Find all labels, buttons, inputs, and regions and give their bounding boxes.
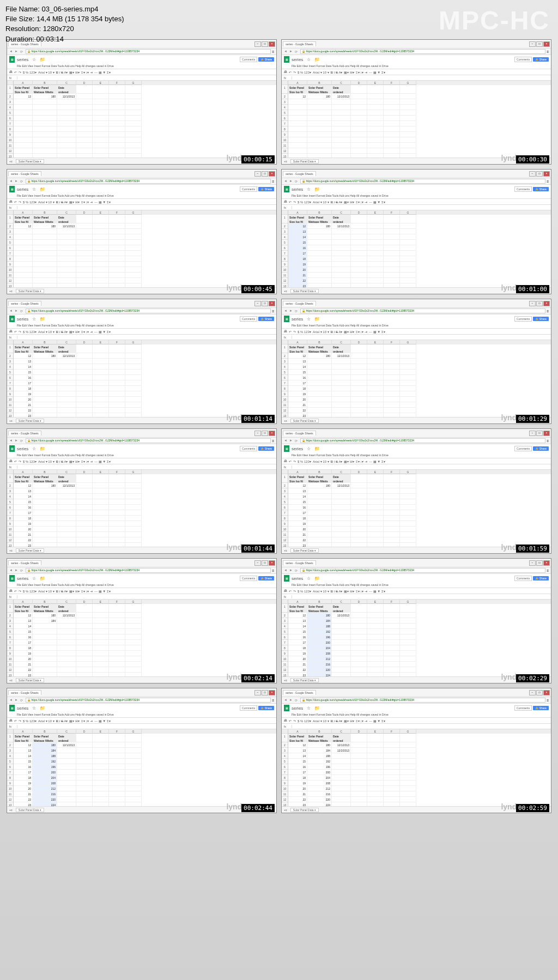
- forward-icon[interactable]: ►: [289, 568, 294, 573]
- thumbnail-8[interactable]: series - Google Sheets − □ × ◄ ► ⟳ 🔒 htt…: [7, 558, 277, 683]
- menu-icon[interactable]: ≡: [547, 310, 549, 313]
- undo-icon[interactable]: ↶: [289, 70, 292, 74]
- sheet-tab[interactable]: Solar Panel Data ▾: [16, 548, 44, 553]
- comments-button[interactable]: Comments: [514, 316, 532, 322]
- close-button[interactable]: ×: [269, 301, 275, 306]
- menu-icon[interactable]: ≡: [272, 310, 274, 313]
- menu-bar[interactable]: File Edit View Insert Format Data Tools …: [7, 193, 276, 198]
- sheet-tab[interactable]: Solar Panel Data ▾: [16, 678, 44, 682]
- share-button[interactable]: 🔒 Share: [533, 187, 549, 191]
- menu-icon[interactable]: ≡: [272, 569, 274, 572]
- browser-tab[interactable]: series - Google Sheets: [283, 301, 316, 306]
- all-sheets-icon[interactable]: ≡: [11, 808, 13, 812]
- url-input[interactable]: 🔒 https://docs.google.com/spreadsheets/d…: [300, 179, 545, 184]
- sheet-tab[interactable]: Solar Panel Data ▾: [290, 289, 319, 293]
- menu-icon[interactable]: ≡: [547, 439, 549, 443]
- menu-icon[interactable]: ≡: [272, 439, 274, 443]
- browser-tab[interactable]: series - Google Sheets: [283, 171, 316, 176]
- toolbar[interactable]: 🖶 ↶ ↷ $ % 123▾ Arial ▾ 10 ▾ B I S A▾ ▦▾ …: [7, 588, 276, 594]
- maximize-button[interactable]: □: [536, 690, 543, 695]
- maximize-button[interactable]: □: [536, 301, 543, 306]
- back-icon[interactable]: ◄: [284, 179, 288, 184]
- menu-icon[interactable]: ≡: [547, 50, 549, 53]
- spreadsheet-grid[interactable]: 123456789101112131415161718 ABC DEFG Sol…: [282, 470, 551, 552]
- menu-icon[interactable]: ≡: [547, 699, 549, 702]
- thumbnail-2[interactable]: series - Google Sheets − □ × ◄ ► ⟳ 🔒 htt…: [7, 169, 277, 294]
- reload-icon[interactable]: ⟳: [295, 179, 299, 184]
- sheet-tab[interactable]: Solar Panel Data ▾: [290, 678, 319, 682]
- comments-button[interactable]: Comments: [514, 705, 532, 711]
- share-button[interactable]: 🔒 Share: [533, 446, 549, 451]
- maximize-button[interactable]: □: [536, 431, 543, 436]
- toolbar[interactable]: 🖶 ↶ ↷ $ % 123▾ Arial ▾ 10 ▾ B I S A▾ ▦▾ …: [282, 328, 551, 335]
- sheet-tab[interactable]: Solar Panel Data ▾: [290, 419, 319, 423]
- name-box[interactable]: fx: [284, 76, 292, 80]
- close-button[interactable]: ×: [543, 560, 550, 566]
- undo-icon[interactable]: ↶: [289, 200, 292, 204]
- comments-button[interactable]: Comments: [240, 316, 257, 322]
- minimize-button[interactable]: −: [254, 171, 261, 177]
- print-icon[interactable]: 🖶: [284, 70, 287, 74]
- redo-icon[interactable]: ↷: [19, 200, 21, 204]
- url-input[interactable]: 🔒 https://docs.google.com/spreadsheets/d…: [26, 568, 271, 573]
- thumbnail-10[interactable]: series - Google Sheets − □ × ◄ ► ⟳ 🔒 htt…: [7, 688, 277, 813]
- thumbnail-4[interactable]: series - Google Sheets − □ × ◄ ► ⟳ 🔒 htt…: [7, 299, 277, 424]
- share-button[interactable]: 🔒 Share: [533, 317, 549, 321]
- redo-icon[interactable]: ↷: [293, 589, 296, 593]
- maximize-button[interactable]: □: [262, 41, 268, 47]
- minimize-button[interactable]: −: [254, 431, 261, 436]
- all-sheets-icon[interactable]: ≡: [11, 549, 13, 552]
- menu-icon[interactable]: ≡: [547, 569, 549, 572]
- back-icon[interactable]: ◄: [9, 698, 14, 703]
- formula-bar[interactable]: fx: [7, 464, 276, 470]
- print-icon[interactable]: 🖶: [9, 330, 13, 333]
- document-title[interactable]: series ☆ 📁: [292, 187, 320, 192]
- url-input[interactable]: 🔒 https://docs.google.com/spreadsheets/d…: [300, 438, 545, 443]
- name-box[interactable]: fx: [284, 465, 292, 469]
- thumbnail-0[interactable]: series - Google Sheets − □ × ◄ ► ⟳ 🔒 htt…: [7, 39, 277, 165]
- toolbar[interactable]: 🖶 ↶ ↷ $ % 123▾ Arial ▾ 10 ▾ B I S A▾ ▦▾ …: [7, 717, 276, 724]
- grid-body[interactable]: ABC DEFG Solar Panel Size (sq ft) Solar …: [14, 729, 276, 811]
- print-icon[interactable]: 🖶: [9, 459, 13, 463]
- name-box[interactable]: fx: [9, 595, 17, 598]
- formula-bar[interactable]: fx: [282, 335, 551, 340]
- undo-icon[interactable]: ↶: [289, 459, 292, 463]
- close-button[interactable]: ×: [543, 41, 550, 47]
- all-sheets-icon[interactable]: ≡: [286, 289, 287, 293]
- back-icon[interactable]: ◄: [284, 50, 288, 54]
- close-button[interactable]: ×: [543, 690, 550, 695]
- back-icon[interactable]: ◄: [284, 309, 288, 313]
- forward-icon[interactable]: ►: [15, 568, 19, 573]
- all-sheets-icon[interactable]: ≡: [286, 679, 287, 682]
- grid-body[interactable]: ABC DEFG Solar Panel Size (sq ft) Solar …: [288, 340, 551, 422]
- formula-bar[interactable]: fx: [282, 594, 551, 600]
- sheet-tab[interactable]: Solar Panel Data ▾: [16, 289, 44, 293]
- redo-icon[interactable]: ↷: [19, 719, 21, 723]
- forward-icon[interactable]: ►: [289, 698, 294, 703]
- spreadsheet-grid[interactable]: 123456789101112131415161718 ABC DEFG Sol…: [7, 210, 276, 292]
- back-icon[interactable]: ◄: [9, 309, 14, 313]
- reload-icon[interactable]: ⟳: [295, 309, 299, 313]
- grid-body[interactable]: ABC DEFG Solar Panel Size (sq ft) Solar …: [288, 81, 551, 162]
- sheet-tab[interactable]: Solar Panel Data ▾: [16, 419, 44, 423]
- forward-icon[interactable]: ►: [289, 50, 294, 54]
- reload-icon[interactable]: ⟳: [20, 309, 25, 313]
- document-title[interactable]: series ☆ 📁: [17, 706, 45, 711]
- comments-button[interactable]: Comments: [240, 186, 257, 192]
- comments-button[interactable]: Comments: [514, 576, 532, 581]
- redo-icon[interactable]: ↷: [293, 330, 296, 334]
- url-input[interactable]: 🔒 https://docs.google.com/spreadsheets/d…: [300, 308, 545, 313]
- maximize-button[interactable]: □: [262, 301, 268, 306]
- maximize-button[interactable]: □: [262, 690, 268, 695]
- formula-bar[interactable]: fx: [282, 205, 551, 210]
- print-icon[interactable]: 🖶: [9, 589, 13, 592]
- name-box[interactable]: fx: [9, 336, 17, 339]
- forward-icon[interactable]: ►: [15, 50, 19, 54]
- menu-icon[interactable]: ≡: [547, 180, 549, 183]
- all-sheets-icon[interactable]: ≡: [286, 160, 287, 163]
- browser-tab[interactable]: series - Google Sheets: [8, 431, 41, 435]
- minimize-button[interactable]: −: [254, 301, 261, 306]
- undo-icon[interactable]: ↶: [14, 70, 17, 74]
- comments-button[interactable]: Comments: [514, 446, 532, 451]
- share-button[interactable]: 🔒 Share: [533, 706, 549, 710]
